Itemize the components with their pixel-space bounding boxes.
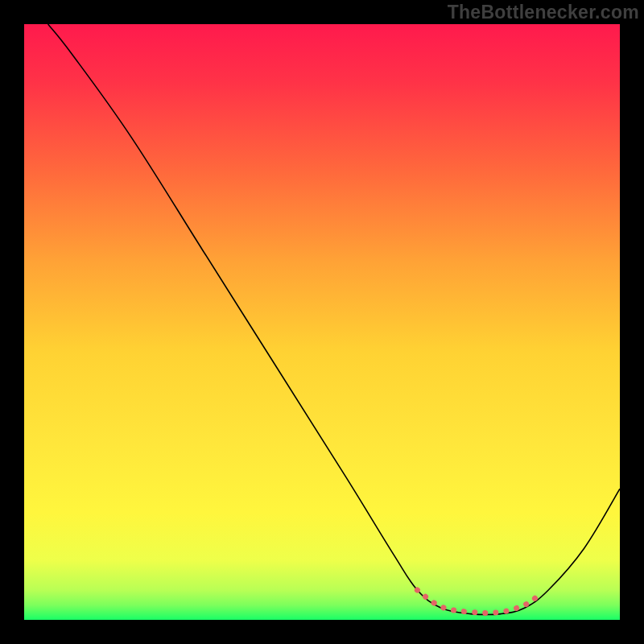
chart-svg (24, 24, 620, 620)
chart-background (24, 24, 620, 620)
watermark-text: TheBottlenecker.com (448, 2, 639, 23)
chart-container: TheBottlenecker.com (0, 0, 644, 644)
